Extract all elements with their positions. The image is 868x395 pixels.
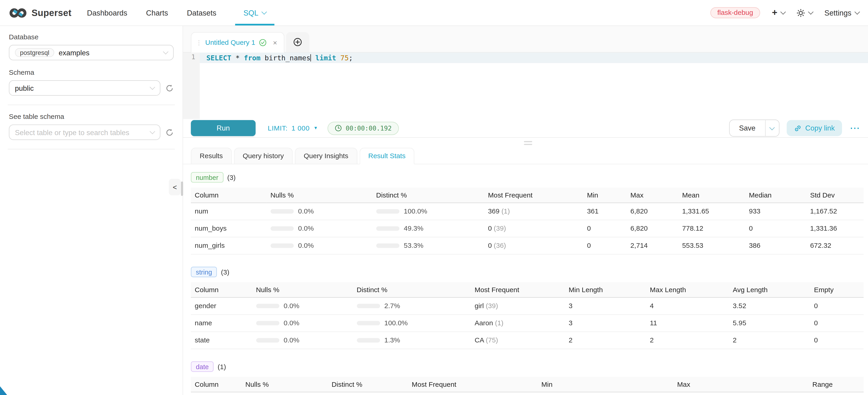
sqllab-main: ⋮ Untitled Query 1 ×: [183, 26, 868, 395]
stat-bar: 53.3%: [376, 242, 484, 250]
sql-token: [311, 54, 315, 62]
editor-code-area[interactable]: SELECT * from birth_names limit 75;: [200, 53, 868, 119]
nulls-cell: 0.0%: [267, 237, 372, 254]
column-header: Range: [809, 377, 864, 392]
most-frequent-count: (75): [484, 336, 498, 344]
most-frequent-cell: 1965-01-01T00:00:00 (75): [408, 392, 537, 395]
chevron-down-icon: [855, 9, 860, 14]
limit-dropdown[interactable]: LIMIT: 1 000 ▼: [268, 124, 318, 132]
column-header: Std Dev: [806, 188, 864, 203]
superset-logo-icon: [9, 7, 27, 19]
section-header: string(3): [191, 267, 864, 277]
sql-token: [240, 54, 244, 62]
query-tab-title: Untitled Query 1: [205, 39, 255, 47]
collapse-sidebar-button[interactable]: <: [169, 179, 181, 195]
stat-bar: 100.0%: [357, 320, 471, 327]
column-header: Min: [537, 377, 673, 392]
nav-item-dashboards[interactable]: Dashboards: [87, 0, 127, 25]
sql-token: SELECT: [206, 54, 231, 62]
drag-handle-icon[interactable]: ⋮: [196, 39, 202, 46]
nav-item-sql[interactable]: SQL: [235, 0, 275, 25]
query-tab[interactable]: ⋮ Untitled Query 1 ×: [191, 32, 284, 53]
progress-track: [270, 226, 294, 231]
more-actions-button[interactable]: ···: [850, 123, 861, 133]
stat-bar: 100.0%: [376, 208, 484, 215]
distinct-cell: 1.3%: [328, 392, 408, 395]
column-header: Avg Length: [729, 282, 810, 298]
header-row: ColumnNulls %Distinct %Most FrequentMinM…: [191, 188, 864, 203]
table-cell: 2: [565, 332, 646, 349]
tab-query-history[interactable]: Query history: [234, 148, 292, 164]
table-cell: 0: [810, 297, 864, 314]
nav-item-charts[interactable]: Charts: [146, 0, 168, 25]
settings-menu[interactable]: Settings: [824, 9, 859, 17]
header-row: ColumnNulls %Distinct %Most FrequentMin …: [191, 282, 864, 298]
most-frequent-cell: Aaron (1): [471, 314, 565, 332]
column-header: Min Length: [565, 282, 646, 298]
table-cell: 5.95: [729, 314, 810, 332]
tab-query-insights[interactable]: Query Insights: [295, 148, 357, 164]
refresh-schemas-button[interactable]: [165, 84, 174, 92]
chevron-down-icon: [769, 125, 775, 130]
tab-result-stats[interactable]: Result Stats: [360, 148, 414, 164]
copy-link-button[interactable]: Copy link: [786, 120, 842, 136]
most-frequent-count: (1): [493, 320, 503, 327]
percent-value: 0.0%: [284, 320, 300, 327]
nulls-cell: 0.0%: [252, 297, 353, 314]
theme-toggle[interactable]: [797, 9, 813, 17]
superset-brand[interactable]: Superset: [9, 7, 71, 19]
add-tab-button[interactable]: [286, 32, 309, 52]
database-value: examples: [59, 49, 90, 57]
database-label: Database: [9, 33, 174, 41]
most-frequent-count: (39): [484, 302, 498, 310]
section-header: date(1): [191, 361, 864, 372]
nulls-cell: 0.0%: [267, 203, 372, 220]
save-options-button[interactable]: [765, 120, 779, 136]
percent-value: 2.7%: [384, 302, 400, 310]
chevron-down-icon: [150, 84, 155, 90]
schema-select[interactable]: public: [9, 80, 160, 96]
sql-token: [336, 54, 340, 62]
table-cell: 778.12: [678, 220, 745, 237]
chevron-down-icon: [150, 129, 155, 134]
settings-label: Settings: [824, 9, 851, 17]
table-cell: 1,167.52: [806, 203, 864, 220]
table-cell: 3: [565, 314, 646, 332]
distinct-cell: 2.7%: [353, 297, 471, 314]
table-cell: 0: [810, 332, 864, 349]
save-button[interactable]: Save: [730, 120, 765, 136]
table-cell: 361: [583, 203, 627, 220]
column-header: Nulls %: [252, 282, 353, 298]
sql-editor[interactable]: 1 SELECT * from birth_names limit 75;: [183, 53, 868, 119]
database-select[interactable]: postgresql examples: [9, 45, 174, 60]
distinct-cell: 49.3%: [372, 220, 484, 237]
column-name-cell: num_girls: [191, 237, 267, 254]
stats-table-date: ColumnNulls %Distinct %Most FrequentMinM…: [191, 377, 864, 395]
panel-resize-handle[interactable]: [524, 141, 532, 147]
stat-bar: 0.0%: [270, 225, 372, 233]
table-select[interactable]: Select table or type to search tables: [9, 125, 160, 140]
progress-track: [270, 209, 294, 213]
nav-item-label: Dashboards: [87, 9, 127, 17]
column-header: Max: [626, 188, 678, 203]
sql-code-line[interactable]: SELECT * from birth_names limit 75;: [200, 53, 868, 63]
nav-item-datasets[interactable]: Datasets: [187, 0, 216, 25]
refresh-tables-button[interactable]: [165, 128, 174, 136]
most-frequent-cell: 369 (1): [484, 203, 583, 220]
table-row: num_girls0.0%53.3%0 (36)02,714553.533866…: [191, 237, 864, 254]
sidebar-divider: [8, 149, 175, 149]
schema-label: Schema: [9, 68, 174, 77]
header-row: ColumnNulls %Distinct %Most FrequentMinM…: [191, 377, 864, 392]
stat-bar: 49.3%: [376, 225, 484, 233]
workspace: Database postgresql examples Schema publ…: [0, 26, 868, 395]
tab-results[interactable]: Results: [191, 148, 231, 164]
close-tab-icon[interactable]: ×: [273, 38, 277, 47]
percent-value: 0.0%: [284, 336, 300, 344]
environment-badge: flask-debug: [710, 7, 760, 18]
progress-track: [357, 321, 380, 325]
new-item-menu[interactable]: +: [772, 9, 785, 17]
table-cell: 386: [745, 237, 806, 254]
scrollbar-thumb[interactable]: [181, 182, 183, 196]
run-button[interactable]: Run: [191, 120, 255, 136]
section-header: number(3): [191, 172, 864, 183]
